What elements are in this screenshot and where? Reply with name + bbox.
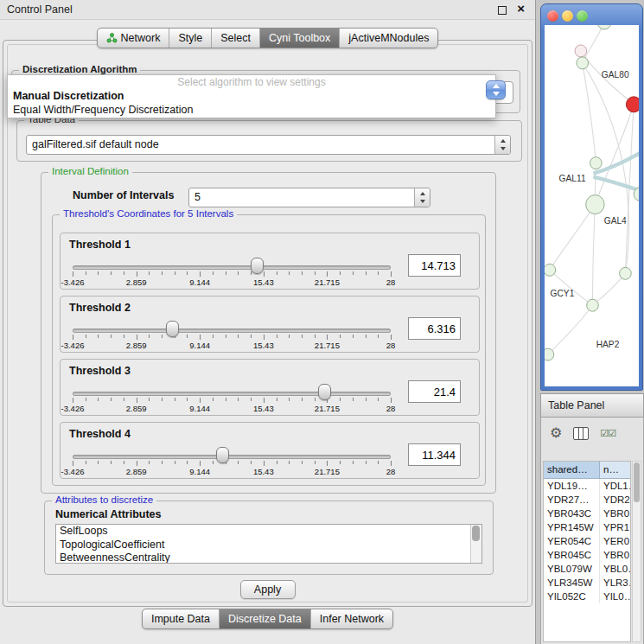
close-traffic-light-icon[interactable] [547, 10, 558, 22]
table-row[interactable]: YDR27…YDR2… [544, 493, 630, 507]
column-header-shared-name[interactable]: shared… [544, 462, 600, 478]
network-node[interactable] [577, 57, 589, 69]
close-icon[interactable]: × [517, 1, 525, 16]
bottom-tab-group: Impute DataDiscretize DataInfer Network [142, 609, 393, 629]
numerical-attributes-list: SelfLoopsTopologicalCoefficientBetweenne… [55, 524, 482, 564]
table-data-group: Table Data galFiltered.sif default node [16, 120, 522, 162]
network-node[interactable] [590, 157, 603, 169]
network-node-label: HAP2 [596, 340, 620, 349]
network-node[interactable] [545, 348, 554, 360]
table-row[interactable]: YIL052CYIL0… [544, 590, 630, 603]
tab-discretize-data[interactable]: Discretize Data [219, 609, 310, 628]
panel-title: Control Panel [7, 3, 73, 16]
threshold-label: Threshold 4 [69, 428, 131, 440]
attribute-list-item[interactable]: TopologicalCoefficient [56, 539, 481, 552]
apply-button[interactable]: Apply [240, 580, 296, 599]
network-node-label: GAL11 [559, 173, 586, 182]
tab-infer-network[interactable]: Infer Network [310, 609, 392, 628]
table-scrollbar[interactable] [632, 461, 641, 642]
algorithm-option[interactable]: Manual Discretization [8, 89, 495, 103]
list-scrollbar[interactable] [470, 525, 481, 563]
slider-thumb[interactable] [216, 447, 229, 463]
threshold-label: Threshold 1 [69, 239, 131, 251]
table-cell: YLR3… [600, 576, 630, 590]
thresholds-group: Threshold's Coordinates for 5 Intervals … [52, 214, 486, 486]
dropdown-placeholder: Select algorithm to view settings [8, 75, 495, 89]
table-panel-header: Table Panel [540, 393, 644, 418]
network-node[interactable] [620, 267, 632, 279]
threshold-slider[interactable]: -3.4262.8599.14415.4321.71528 [73, 384, 391, 413]
slider-thumb[interactable] [318, 384, 331, 400]
slider-thumb[interactable] [166, 321, 179, 337]
table-row[interactable]: YLR345WYLR3… [544, 576, 630, 590]
threshold-slider[interactable]: -3.4262.8599.14415.4321.71528 [73, 321, 391, 350]
column-header-name[interactable]: n… [600, 462, 630, 478]
table-row[interactable]: YBR045CYBR0… [544, 548, 630, 562]
top-tab-group: NetworkStyleSelectCyni ToolboxjActiveMNo… [97, 28, 439, 48]
table-data-combo[interactable]: galFiltered.sif default node [26, 135, 511, 155]
table-cell: YBR043C [544, 507, 600, 520]
numerical-attributes-title: Numerical Attributes [55, 508, 161, 520]
interval-definition-group: Interval Definition Number of Intervals … [41, 172, 496, 494]
table-row[interactable]: YBL079WYBL0… [544, 562, 630, 576]
table-row[interactable]: YBR043CYBR0… [544, 507, 630, 520]
table-row[interactable]: YDL19…YDL1… [544, 479, 630, 493]
network-node[interactable] [597, 25, 611, 29]
table-cell: YBR045C [544, 548, 600, 562]
tab-label: Cyni Toolbox [269, 32, 330, 44]
network-node[interactable] [545, 264, 556, 276]
network-canvas[interactable]: GAL80GAL11GAL4GCY1HAP2 [545, 25, 639, 386]
scrollbar-thumb[interactable] [634, 462, 640, 502]
tab-network[interactable]: Network [98, 29, 169, 48]
float-window-icon[interactable] [498, 6, 507, 15]
group-title: Attributes to discretize [52, 494, 156, 505]
threshold-row: Threshold 1-3.4262.8599.14415.4321.71528 [60, 233, 480, 290]
table-panel-body: ⚙ ☑☑ shared… n… YDL19…YDL1…YDR27…YDR2…YB… [540, 418, 644, 644]
threshold-value-input[interactable] [408, 254, 461, 277]
threshold-value-input[interactable] [408, 380, 461, 403]
table-row[interactable]: YPR145WYPR1… [544, 520, 630, 534]
threshold-slider[interactable]: -3.4262.8599.14415.4321.71528 [73, 258, 391, 287]
scrollbar-thumb[interactable] [472, 526, 480, 541]
network-node[interactable] [586, 195, 604, 214]
tab-impute-data[interactable]: Impute Data [143, 609, 219, 628]
tab-style[interactable]: Style [169, 29, 211, 48]
slider-thumb[interactable] [251, 258, 264, 274]
threshold-slider[interactable]: -3.4262.8599.14415.4321.71528 [73, 447, 391, 476]
tab-select[interactable]: Select [211, 29, 259, 48]
gear-icon[interactable]: ⚙ [550, 426, 562, 440]
threshold-value-input[interactable] [408, 317, 461, 340]
network-view-window: GAL80GAL11GAL4GCY1HAP2 [540, 3, 643, 391]
algorithm-option[interactable]: Equal Width/Frequency Discretization [8, 103, 495, 117]
table-cell: YPR145W [544, 520, 600, 534]
select-columns-checkboxes-icon[interactable]: ☑☑ [600, 428, 615, 439]
slider-track [73, 455, 391, 459]
minimize-traffic-light-icon[interactable] [562, 10, 573, 22]
tab-cyni-toolbox[interactable]: Cyni Toolbox [259, 29, 339, 48]
table-panel-title: Table Panel [548, 399, 604, 411]
threshold-label: Threshold 2 [69, 302, 131, 314]
algorithm-combo-stepper[interactable] [486, 80, 506, 99]
num-intervals-combo[interactable]: 5 [188, 188, 430, 207]
threshold-row: Threshold 2-3.4262.8599.14415.4321.71528 [60, 296, 480, 353]
table-cell: YER0… [600, 534, 630, 548]
attribute-list-item[interactable]: SelfLoops [56, 525, 481, 539]
cyni-toolbox-panel: Discretization Algorithm Table Data galF… [3, 40, 532, 607]
table-cell: YLR345W [544, 576, 600, 590]
combo-stepper-icon[interactable] [494, 136, 510, 154]
network-node[interactable] [575, 45, 587, 57]
table-row[interactable]: YER054CYER0… [544, 534, 630, 548]
combo-stepper-icon[interactable] [414, 188, 430, 207]
attribute-list-item[interactable]: BetweennessCentrality [56, 552, 481, 564]
network-node[interactable] [626, 97, 639, 112]
tab-jactivemnodules[interactable]: jActiveMNodules [339, 29, 437, 48]
threshold-value-input[interactable] [408, 443, 461, 466]
algorithm-dropdown-popup: Select algorithm to view settings Manual… [7, 74, 496, 118]
zoom-traffic-light-icon[interactable] [577, 10, 588, 22]
bottom-tab-bar: Impute DataDiscretize DataInfer Network [0, 609, 535, 629]
network-edge [550, 270, 593, 305]
table-cell: YDL1… [600, 479, 630, 493]
columns-icon[interactable] [573, 427, 589, 440]
network-node[interactable] [587, 299, 599, 311]
network-edge [595, 105, 634, 205]
